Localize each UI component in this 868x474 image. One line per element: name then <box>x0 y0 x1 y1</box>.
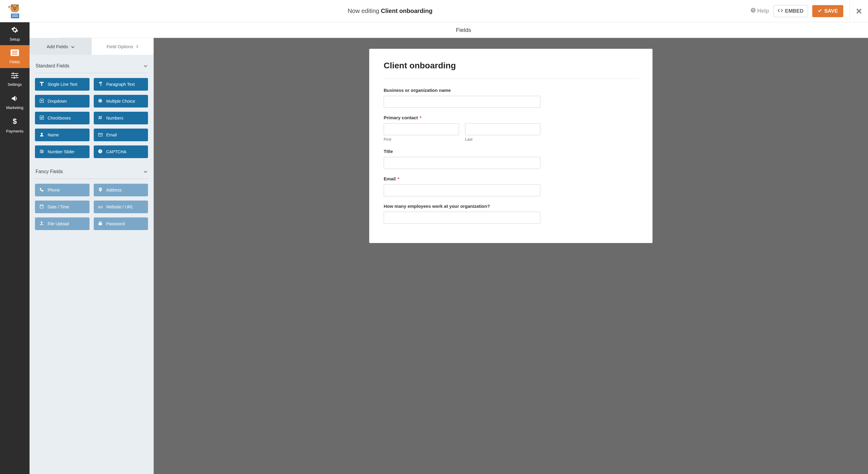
field-type-numbers[interactable]: Numbers <box>94 112 148 124</box>
svg-rect-7 <box>11 12 19 13</box>
svg-rect-21 <box>14 77 15 78</box>
last-name-input[interactable] <box>465 123 540 135</box>
field-type-checkboxes[interactable]: Checkboxes <box>35 112 90 124</box>
lock-icon <box>98 221 103 226</box>
field-type-captcha[interactable]: ?CAPTCHA <box>94 145 148 158</box>
svg-line-30 <box>101 116 101 119</box>
field-type-name[interactable]: Name <box>35 129 90 141</box>
sliders-icon <box>11 73 19 80</box>
svg-rect-47 <box>40 224 43 225</box>
svg-text:$: $ <box>13 117 17 125</box>
field-group-header[interactable]: Fancy Fields <box>35 166 148 178</box>
field-type-label: Single Line Text <box>48 82 78 87</box>
form-field[interactable]: How many employees work at your organiza… <box>384 204 638 224</box>
field-label: Primary contact * <box>384 115 638 120</box>
calendar-icon <box>39 204 44 209</box>
text-input[interactable] <box>384 96 540 108</box>
svg-rect-19 <box>13 73 13 74</box>
text-input[interactable] <box>384 157 540 169</box>
form-preview-title: Client onboarding <box>384 61 638 70</box>
field-type-file-upload[interactable]: File Upload <box>35 217 90 230</box>
form-field[interactable]: Primary contact *FirstLast <box>384 115 638 141</box>
field-type-label: Email <box>106 133 117 137</box>
field-label: How many employees work at your organiza… <box>384 204 638 209</box>
code-icon <box>778 8 783 14</box>
pin-icon <box>98 188 103 193</box>
svg-rect-35 <box>40 150 44 150</box>
sidebar-label: Fields <box>10 60 20 64</box>
required-indicator: * <box>418 115 421 120</box>
sidebar-item-payments[interactable]: $Payments <box>0 114 30 137</box>
form-field[interactable]: Email * <box>384 176 638 196</box>
embed-button[interactable]: EMBED <box>773 5 808 17</box>
svg-point-5 <box>14 9 16 10</box>
field-type-label: Phone <box>48 188 60 193</box>
text-icon <box>39 82 44 87</box>
field-type-label: CAPTCHA <box>106 149 127 154</box>
field-type-label: Password <box>106 221 125 226</box>
svg-rect-17 <box>11 75 19 76</box>
field-type-phone[interactable]: Phone <box>35 184 90 196</box>
sidebar-label: Setup <box>10 37 20 41</box>
text-input[interactable] <box>384 212 540 224</box>
field-type-multiple-choice[interactable]: Multiple Choice <box>94 95 148 107</box>
svg-point-4 <box>16 7 17 8</box>
group-title: Standard Fields <box>36 63 69 69</box>
svg-rect-8 <box>12 14 18 15</box>
help-icon: ? <box>751 8 755 14</box>
form-field[interactable]: Business or organization name <box>384 88 638 108</box>
field-type-label: Address <box>106 188 122 193</box>
divider <box>35 73 148 73</box>
field-type-label: Number Slider <box>48 149 74 154</box>
help-link[interactable]: ? Help <box>751 8 769 14</box>
radio-icon <box>98 99 103 104</box>
chevron-down-icon <box>71 44 74 49</box>
field-type-number-slider[interactable]: Number Slider <box>35 145 90 158</box>
sliders-h-icon <box>39 150 44 154</box>
field-type-single-line-text[interactable]: Single Line Text <box>35 78 90 91</box>
sidebar-item-setup[interactable]: Setup <box>0 22 30 45</box>
link-icon <box>98 205 103 209</box>
sidebar-item-marketing[interactable]: Marketing <box>0 91 30 114</box>
first-name-input[interactable] <box>384 123 459 135</box>
form-icon <box>10 49 19 58</box>
text-input[interactable] <box>384 184 540 196</box>
field-type-dropdown[interactable]: Dropdown <box>35 95 90 107</box>
svg-point-33 <box>41 133 42 135</box>
app-logo[interactable] <box>0 2 30 20</box>
svg-point-1 <box>10 4 13 7</box>
svg-text:?: ? <box>752 8 754 12</box>
tab-field-options[interactable]: Field Options <box>92 38 154 55</box>
svg-rect-43 <box>40 205 43 208</box>
field-type-label: Date / Time <box>48 204 69 209</box>
form-field[interactable]: Title <box>384 149 638 169</box>
field-label: Email * <box>384 176 638 181</box>
field-type-paragraph-text[interactable]: Paragraph Text <box>94 78 148 91</box>
svg-point-3 <box>13 7 14 8</box>
chevron-right-icon <box>136 44 138 49</box>
field-type-website-url[interactable]: Website / URL <box>94 201 148 213</box>
field-type-password[interactable]: Password <box>94 217 148 230</box>
required-indicator: * <box>396 176 399 181</box>
field-group-header[interactable]: Standard Fields <box>35 60 148 73</box>
field-type-email[interactable]: Email <box>94 129 148 141</box>
field-type-label: Website / URL <box>106 204 133 209</box>
sidebar-item-fields[interactable]: Fields <box>0 45 30 68</box>
sub-label: Last <box>465 137 540 141</box>
bullhorn-icon <box>11 95 19 104</box>
svg-rect-24 <box>41 82 42 86</box>
field-type-label: Multiple Choice <box>106 99 135 104</box>
paragraph-icon <box>98 82 103 87</box>
field-type-address[interactable]: Address <box>94 184 148 196</box>
sidebar-label: Settings <box>8 82 22 87</box>
svg-rect-16 <box>11 73 19 74</box>
close-button[interactable] <box>849 0 868 22</box>
tab-add-fields[interactable]: Add Fields <box>30 38 92 55</box>
save-button[interactable]: SAVE <box>812 5 843 17</box>
chevron-down-icon <box>144 63 147 69</box>
svg-rect-36 <box>40 151 44 152</box>
gear-icon <box>11 26 19 35</box>
field-type-label: Name <box>48 133 59 137</box>
field-type-date-time[interactable]: Date / Time <box>35 201 90 213</box>
sidebar-item-settings[interactable]: Settings <box>0 68 30 91</box>
